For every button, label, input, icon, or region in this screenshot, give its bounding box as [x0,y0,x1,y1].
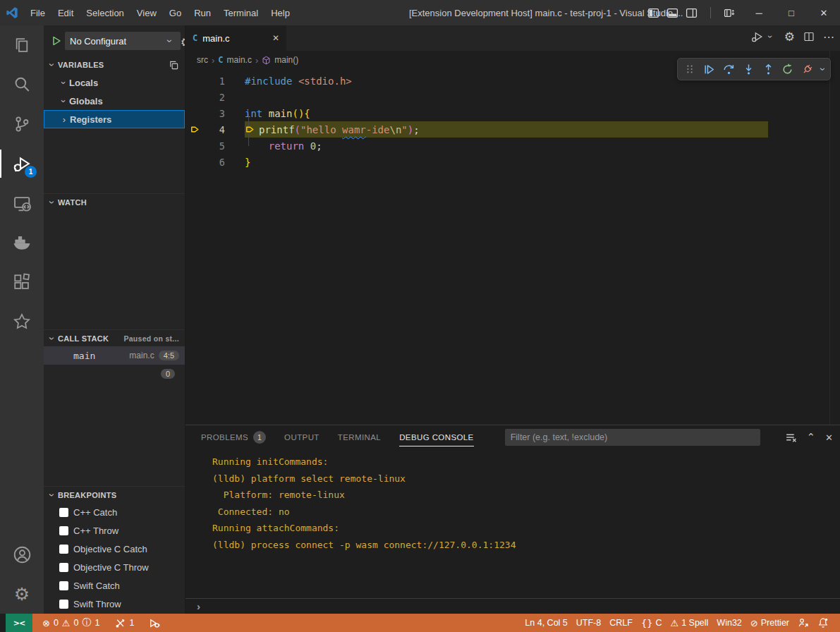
step-over-button[interactable] [720,60,738,78]
close-panel-icon[interactable]: ✕ [825,432,833,443]
activity-accounts-icon[interactable] [0,535,44,574]
breakpoint-row[interactable]: C++ Catch [44,503,185,521]
code-editor[interactable]: 1#include <stdio.h>23int main(){4printf(… [185,69,840,170]
menu-edit[interactable]: Edit [51,5,80,21]
console-filter-input[interactable] [511,432,755,442]
call-stack-section-header[interactable]: › CALL STACK Paused on st... [44,329,185,346]
activity-extensions-icon[interactable] [0,262,44,302]
panel-tab-debug-console[interactable]: DEBUG CONSOLE [399,429,474,446]
menu-terminal[interactable]: Terminal [217,5,264,21]
tab-main-c[interactable]: C main.c ✕ [185,25,286,51]
disconnect-button[interactable] [798,60,817,78]
debug-console-input[interactable]: › [185,598,840,614]
breakpoint-row[interactable]: Objective C Catch [44,540,185,558]
variables-scope-locals[interactable]: › Locals [44,73,185,92]
toggle-secondary-sidebar-icon[interactable] [686,7,698,19]
checkbox-unchecked[interactable] [59,581,68,590]
maximize-button[interactable]: □ [775,0,808,25]
console-line: Running attachCommands: [212,520,840,537]
clear-console-icon[interactable] [785,432,797,444]
panel-tab-problems[interactable]: PROBLEMS1 [201,427,266,448]
activity-star-icon[interactable] [0,302,44,341]
checkbox-unchecked[interactable] [59,508,68,517]
menu-file[interactable]: File [24,5,51,21]
language-mode[interactable]: {}C [637,618,666,628]
code-line-5[interactable]: 5 return 0; [185,138,840,154]
remote-indicator[interactable]: >< [6,614,32,632]
breakpoint-row[interactable]: Swift Catch [44,576,185,595]
checkbox-unchecked[interactable] [59,600,68,609]
activity-run-and-debug-icon[interactable]: 1 [0,144,44,183]
console-filter-box[interactable] [505,429,760,446]
close-button[interactable]: ✕ [808,0,840,25]
menu-run[interactable]: Run [188,5,217,21]
step-into-button[interactable] [739,60,757,78]
stack-frame-row[interactable]: main main.c 4:5 [44,346,185,365]
restart-button[interactable] [779,60,797,78]
activity-search-icon[interactable] [0,65,44,104]
checkbox-unchecked[interactable] [59,526,68,535]
step-out-button[interactable] [759,60,777,78]
checkbox-unchecked[interactable] [59,563,68,572]
panel-tab-output[interactable]: OUTPUT [284,429,319,446]
run-or-debug-button[interactable]: › [751,31,776,43]
panel-tab-terminal[interactable]: TERMINAL [338,429,381,446]
breakpoint-row[interactable]: Swift Throw [44,595,185,613]
variables-section-header[interactable]: › VARIABLES [44,56,185,73]
code-line-2[interactable]: 2 [185,89,840,105]
activity-settings-icon[interactable]: ⚙ [0,574,44,614]
code-line-6[interactable]: 6} [185,154,840,170]
eol[interactable]: CRLF [605,618,637,628]
menu-go[interactable]: Go [163,5,188,21]
copy-icon[interactable] [169,60,179,71]
formatter-prettier-label: Prettier [761,618,789,628]
feedback-icon[interactable] [793,617,813,628]
more-actions-icon[interactable]: ⋯ [823,30,834,44]
gear-icon[interactable]: ⚙ [181,35,185,49]
watch-section-header[interactable]: › WATCH [44,193,185,210]
c-file-icon: C [218,55,223,65]
breadcrumb-symbol[interactable]: main() [274,55,298,65]
menu-selection[interactable]: Selection [80,5,130,21]
activity-explorer-icon[interactable] [0,25,44,65]
debug-console-output[interactable]: Running initCommands:(lldb) platform sel… [185,449,840,598]
code-line-3[interactable]: 3int main(){ [185,105,840,121]
customize-layout-icon[interactable] [724,7,736,19]
menu-help[interactable]: Help [264,5,296,21]
breadcrumb-folder[interactable]: src [197,55,208,65]
code-line-4[interactable]: 4printf("hello wamr-ide\n"); [185,121,840,138]
problems-count-badge: 1 [253,431,266,444]
checkbox-unchecked[interactable] [59,545,68,554]
variables-scope-registers[interactable]: › Registers [44,110,185,128]
debug-configuration-dropdown[interactable]: No Configurat › [65,32,181,50]
tools-status[interactable]: 1 [111,614,138,632]
activity-remote-explorer-icon[interactable] [0,183,44,223]
formatter-prettier[interactable]: ⊘Prettier [746,618,793,628]
split-editor-icon[interactable] [803,31,815,42]
settings-gear-icon[interactable]: ⚙ [784,30,795,44]
debug-session-chevron-icon[interactable]: › [817,64,828,73]
corner-filler [0,614,6,632]
debug-status-icon[interactable] [144,614,164,632]
breakpoints-section-header[interactable]: › BREAKPOINTS [44,486,185,503]
problems-status[interactable]: ⊗ 0 ⚠ 0 ⓘ 1 [38,614,104,632]
encoding[interactable]: UTF-8 [572,618,605,628]
variables-scope-globals[interactable]: › Globals [44,92,185,110]
activity-docker-icon[interactable] [0,223,44,262]
spell-status[interactable]: ⚠1 Spell [666,618,712,628]
tab-close-icon[interactable]: ✕ [272,33,279,43]
maximize-panel-icon[interactable]: ⌃ [807,431,816,444]
start-debug-icon[interactable] [51,35,62,47]
menu-view[interactable]: View [130,5,163,21]
breakpoint-row[interactable]: Objective C Throw [44,558,185,576]
cursor-position[interactable]: Ln 4, Col 5 [521,618,571,628]
session-row: 0 [44,365,185,383]
breakpoint-row[interactable]: C++ Throw [44,521,185,540]
breadcrumb-file[interactable]: main.c [227,55,252,65]
minimize-button[interactable]: ─ [743,0,775,25]
platform-target[interactable]: Win32 [712,618,745,628]
notifications-bell-icon[interactable] [813,617,833,628]
drag-handle-icon[interactable] [681,60,699,78]
activity-source-control-icon[interactable] [0,104,44,144]
continue-button[interactable] [700,60,719,78]
